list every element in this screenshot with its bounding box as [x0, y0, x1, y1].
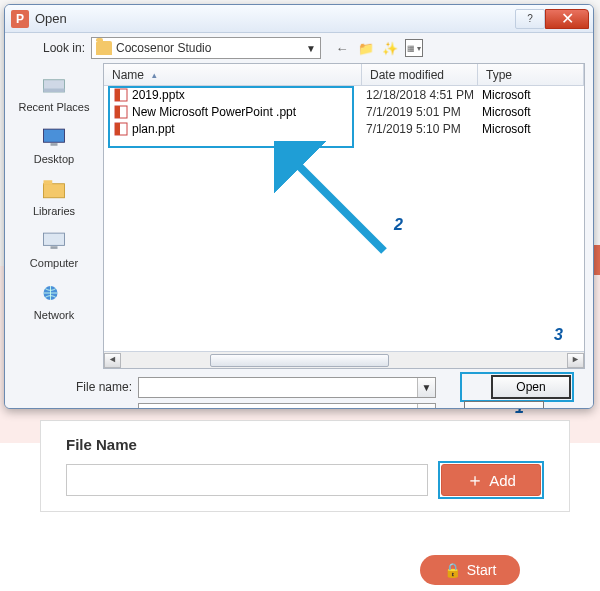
svg-rect-4	[44, 184, 65, 198]
annotation-arrow	[274, 141, 394, 261]
file-name-field-label: File name:	[13, 380, 138, 394]
look-in-label: Look in:	[43, 41, 85, 55]
help-button[interactable]: ?	[515, 9, 545, 29]
svg-rect-1	[44, 89, 65, 93]
start-button-label: Start	[467, 562, 497, 578]
sidebar-item-desktop[interactable]: Desktop	[32, 121, 76, 167]
scroll-left-icon[interactable]: ◄	[104, 353, 121, 368]
files-type-value	[139, 404, 417, 410]
file-name-field[interactable]	[139, 378, 417, 397]
folder-icon	[96, 41, 112, 55]
annotation-3: 3	[554, 326, 563, 344]
files-type-combo[interactable]: ▼	[138, 403, 436, 410]
up-folder-icon[interactable]: 📁	[357, 39, 375, 57]
view-mode-icon[interactable]: ▦	[405, 39, 423, 57]
sidebar-item-recent[interactable]: Recent Places	[17, 69, 92, 115]
dialog-title: Open	[35, 11, 67, 26]
look-in-value: Cocosenor Studio	[116, 41, 302, 55]
chevron-down-icon: ▼	[302, 43, 320, 54]
open-dialog: P Open ? ✕ Look in: Cocosenor Studio ▼ ←…	[4, 4, 594, 409]
sidebar-item-libraries[interactable]: Libraries	[31, 173, 77, 219]
svg-rect-6	[43, 233, 64, 245]
sort-asc-icon: ▴	[152, 70, 157, 80]
file-name-combo[interactable]: ▼	[138, 377, 436, 398]
open-button[interactable]: Open	[491, 375, 571, 399]
col-header-type[interactable]: Type	[478, 64, 584, 85]
chevron-down-icon[interactable]: ▼	[417, 404, 435, 410]
file-row[interactable]: plan.ppt 7/1/2019 5:10 PM Microsoft	[104, 120, 584, 137]
add-button[interactable]: ＋ Add	[441, 464, 541, 496]
ppt-icon	[114, 122, 128, 136]
new-folder-icon[interactable]: ✨	[381, 39, 399, 57]
plus-icon: ＋	[466, 471, 484, 489]
back-icon[interactable]: ←	[333, 39, 351, 57]
files-type-label: Files of type:	[13, 406, 138, 409]
svg-rect-7	[50, 246, 57, 249]
svg-rect-14	[115, 123, 120, 135]
svg-line-15	[289, 156, 384, 251]
svg-rect-12	[115, 106, 120, 118]
look-in-combo[interactable]: Cocosenor Studio ▼	[91, 37, 321, 59]
svg-rect-5	[44, 180, 53, 184]
col-header-date[interactable]: Date modified	[362, 64, 478, 85]
app-icon: P	[11, 10, 29, 28]
scroll-thumb[interactable]	[210, 354, 388, 367]
file-name-panel: 1 File Name ＋ Add	[40, 420, 570, 512]
chevron-down-icon[interactable]: ▼	[417, 378, 435, 397]
file-name-input[interactable]	[66, 464, 428, 496]
ppt-icon	[114, 88, 128, 102]
add-button-label: Add	[489, 472, 516, 489]
lock-icon: 🔒	[444, 562, 461, 578]
file-row[interactable]: 2019.pptx 12/18/2018 4:51 PM Microsoft	[104, 86, 584, 103]
sidebar-item-network[interactable]: Network	[32, 277, 76, 323]
sidebar-item-computer[interactable]: Computer	[28, 225, 80, 271]
svg-rect-10	[115, 89, 120, 101]
ppt-icon	[114, 105, 128, 119]
col-header-name[interactable]: Name▴	[104, 64, 362, 85]
places-sidebar: Recent Places Desktop Libraries Computer…	[5, 63, 103, 369]
titlebar: P Open ? ✕	[5, 5, 593, 33]
h-scrollbar[interactable]: ◄ ►	[104, 351, 584, 368]
start-button[interactable]: 🔒 Start	[420, 555, 520, 585]
svg-rect-2	[43, 129, 64, 142]
close-button[interactable]: ✕	[545, 9, 589, 29]
file-row[interactable]: New Microsoft PowerPoint .ppt 7/1/2019 5…	[104, 103, 584, 120]
scroll-right-icon[interactable]: ►	[567, 353, 584, 368]
svg-rect-3	[50, 143, 57, 146]
annotation-2: 2	[394, 216, 403, 234]
file-name-label: File Name	[66, 436, 544, 453]
file-list: Name▴ Date modified Type 2019.pptx 12/18…	[103, 63, 585, 369]
cancel-button[interactable]: Cancel	[464, 401, 544, 409]
